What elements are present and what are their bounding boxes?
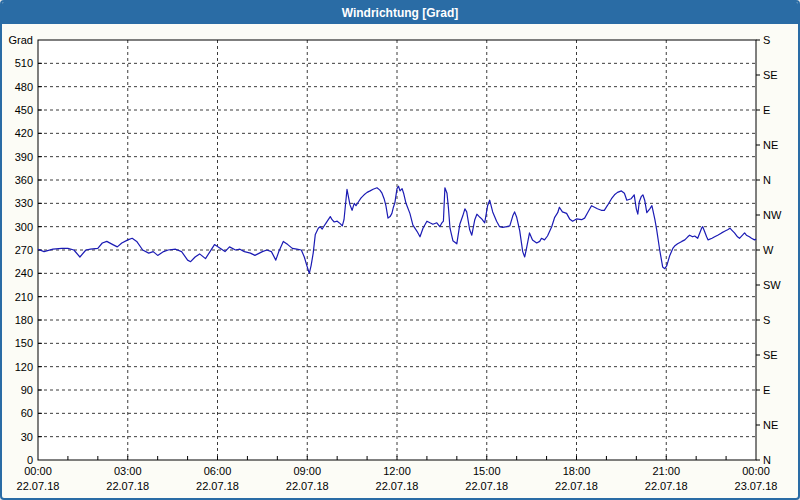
y-axis-left-label: 60 [21, 407, 33, 419]
x-axis-date-label: 23.07.18 [735, 480, 778, 492]
y-axis-left-label: 420 [15, 127, 33, 139]
x-axis-date-label: 22.07.18 [645, 480, 688, 492]
y-axis-left-label: 120 [15, 361, 33, 373]
y-axis-left-label: 480 [15, 81, 33, 93]
x-axis-time-label: 21:00 [652, 465, 680, 477]
x-axis-date-label: 22.07.18 [286, 480, 329, 492]
y-axis-right-label: W [763, 244, 774, 256]
x-axis-time-label: 15:00 [473, 465, 501, 477]
x-axis-time-label: 03:00 [114, 465, 142, 477]
x-axis-time-label: 06:00 [204, 465, 232, 477]
y-axis-left-label: 360 [15, 174, 33, 186]
y-axis-left-label: 210 [15, 291, 33, 303]
y-axis-left-label: 90 [21, 384, 33, 396]
y-axis-left-label: 390 [15, 151, 33, 163]
y-axis-left-label: 240 [15, 267, 33, 279]
y-axis-left-label: 300 [15, 221, 33, 233]
y-axis-left-label: 330 [15, 197, 33, 209]
y-axis-right-label: N [763, 174, 771, 186]
chart-area: 0306090120150180210240270300330360390420… [2, 2, 798, 498]
x-axis-time-label: 18:00 [563, 465, 591, 477]
x-axis-time-label: 00:00 [742, 465, 770, 477]
x-axis-date-label: 22.07.18 [376, 480, 419, 492]
y-axis-left-label: 180 [15, 314, 33, 326]
y-axis-right-label: S [763, 34, 770, 46]
y-axis-right-label: E [763, 104, 770, 116]
x-axis-date-label: 22.07.18 [196, 480, 239, 492]
y-axis-left-label: 30 [21, 431, 33, 443]
x-axis-time-label: 00:00 [24, 465, 52, 477]
wind-direction-chart: 0306090120150180210240270300330360390420… [2, 2, 798, 498]
y-axis-right-label: S [763, 314, 770, 326]
y-axis-right-label: NW [763, 209, 782, 221]
y-axis-left-label: 270 [15, 244, 33, 256]
y-axis-left-label: 510 [15, 57, 33, 69]
app-window: Windrichtung [Grad] 03060901201501802102… [0, 0, 800, 500]
x-axis-date-label: 22.07.18 [555, 480, 598, 492]
y-axis-right-label: E [763, 384, 770, 396]
y-axis-title: Grad [9, 34, 33, 46]
x-axis-date-label: 22.07.18 [17, 480, 60, 492]
y-axis-right-label: NE [763, 139, 778, 151]
x-axis-time-label: 12:00 [383, 465, 411, 477]
x-axis-time-label: 09:00 [293, 465, 321, 477]
x-axis-date-label: 22.07.18 [106, 480, 149, 492]
x-axis-date-label: 22.07.18 [465, 480, 508, 492]
y-axis-left-label: 450 [15, 104, 33, 116]
window-title: Windrichtung [Grad] [342, 6, 459, 20]
y-axis-right-label: SE [763, 69, 778, 81]
y-axis-right-label: NE [763, 419, 778, 431]
y-axis-right-label: SW [763, 279, 781, 291]
window-titlebar: Windrichtung [Grad] [2, 2, 798, 24]
y-axis-right-label: SE [763, 349, 778, 361]
y-axis-left-label: 150 [15, 337, 33, 349]
